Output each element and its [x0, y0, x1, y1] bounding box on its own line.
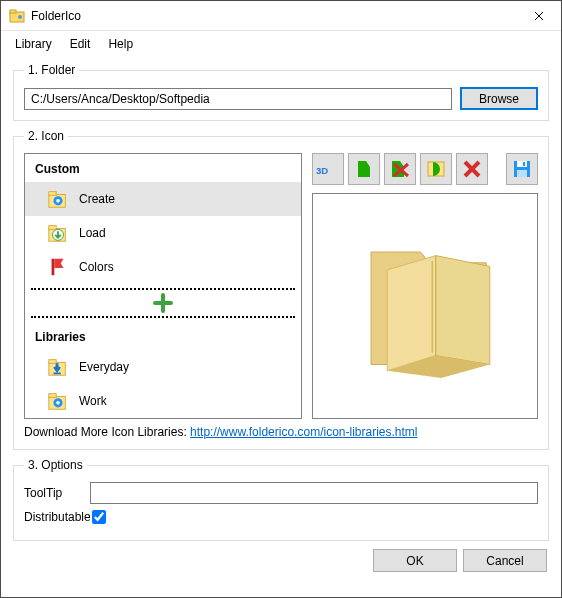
gear-icon [47, 390, 69, 412]
download-link[interactable]: http://www.folderico.com/icon-libraries.… [190, 425, 417, 439]
item-label: Create [79, 192, 115, 206]
menu-help[interactable]: Help [100, 33, 141, 55]
tooltip-label: ToolTip [24, 486, 90, 500]
tool-green-delete-button[interactable] [384, 153, 416, 185]
app-icon [9, 8, 25, 24]
drop-zone[interactable] [31, 288, 295, 318]
library-item-everyday[interactable]: Everyday [25, 350, 301, 384]
tool-save-button[interactable] [506, 153, 538, 185]
download-icon [47, 356, 69, 378]
menu-edit[interactable]: Edit [62, 33, 99, 55]
svg-point-17 [56, 401, 60, 405]
gear-icon [47, 188, 69, 210]
browse-button[interactable]: Browse [460, 87, 538, 110]
window-title: FolderIco [31, 9, 516, 23]
item-label: Load [79, 226, 106, 240]
custom-item-create[interactable]: Create [25, 182, 301, 216]
options-group: 3. Options ToolTip Distributable [13, 458, 549, 541]
item-label: Work [79, 394, 107, 408]
arrow-down-icon [47, 222, 69, 244]
svg-point-2 [18, 15, 22, 19]
svg-rect-15 [49, 394, 56, 398]
icon-toolbar: 3D [312, 153, 538, 185]
item-label: Colors [79, 260, 114, 274]
download-row: Download More Icon Libraries: http://www… [24, 425, 538, 439]
svg-rect-8 [49, 226, 56, 230]
flag-icon [47, 256, 69, 278]
library-panel: Custom Create Load Colors [24, 153, 302, 419]
svg-rect-21 [517, 161, 527, 167]
tooltip-input[interactable] [90, 482, 538, 504]
svg-rect-1 [10, 10, 16, 13]
plus-icon [151, 291, 175, 315]
tool-delete-button[interactable] [456, 153, 488, 185]
custom-item-colors[interactable]: Colors [25, 250, 301, 284]
dialog-buttons: OK Cancel [13, 549, 549, 572]
svg-rect-4 [49, 192, 56, 196]
custom-header: Custom [25, 154, 301, 182]
item-label: Everyday [79, 360, 129, 374]
download-label: Download More Icon Libraries: [24, 425, 190, 439]
icon-group: 2. Icon Custom Create Load Colors [13, 129, 549, 450]
custom-item-load[interactable]: Load [25, 216, 301, 250]
icon-legend: 2. Icon [24, 129, 68, 143]
svg-rect-13 [53, 373, 60, 375]
distributable-label: Distributable [24, 510, 90, 524]
folder-group: 1. Folder Browse [13, 63, 549, 121]
folder-icon [335, 216, 515, 396]
menu-library[interactable]: Library [7, 33, 60, 55]
svg-rect-23 [523, 162, 525, 166]
svg-rect-10 [52, 259, 55, 276]
folder-path-input[interactable] [24, 88, 452, 110]
library-item-work[interactable]: Work [25, 384, 301, 418]
cancel-button[interactable]: Cancel [463, 549, 547, 572]
tool-3d-button[interactable]: 3D [312, 153, 344, 185]
titlebar: FolderIco [1, 1, 561, 31]
ok-button[interactable]: OK [373, 549, 457, 572]
svg-rect-12 [49, 360, 56, 364]
folder-legend: 1. Folder [24, 63, 79, 77]
svg-point-6 [56, 199, 60, 203]
icon-preview [312, 193, 538, 419]
distributable-checkbox[interactable] [92, 510, 106, 524]
svg-rect-22 [517, 170, 527, 177]
libraries-header: Libraries [25, 322, 301, 350]
tool-green-button[interactable] [348, 153, 380, 185]
menubar: Library Edit Help [1, 31, 561, 57]
tool-yellow-button[interactable] [420, 153, 452, 185]
svg-text:3D: 3D [316, 165, 328, 176]
options-legend: 3. Options [24, 458, 87, 472]
close-button[interactable] [516, 1, 561, 31]
